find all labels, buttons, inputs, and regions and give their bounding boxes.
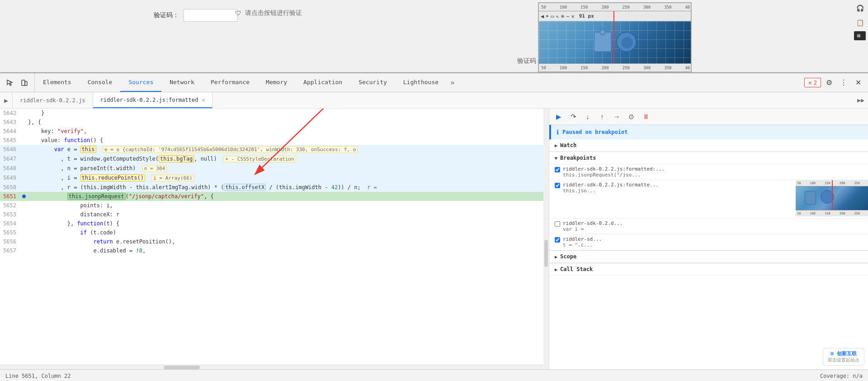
tab-network[interactable]: Network xyxy=(161,73,203,92)
breakpoints-arrow: ▼ xyxy=(555,156,557,161)
captcha-verify-row: 🛡 请点击按钮进行验证 xyxy=(235,9,302,17)
code-line-5655: 5655 if (t.code) xyxy=(0,228,549,237)
settings-button[interactable]: ⚙ xyxy=(823,76,835,89)
step-into-button[interactable]: ↓ xyxy=(582,111,594,123)
breakpoint-item-3: riddler-sdk-0.2.d... var i = xyxy=(549,219,868,234)
file-tab-original[interactable]: riddler-sdk-0.2.2.js xyxy=(13,92,93,108)
code-scrollbar[interactable] xyxy=(543,109,549,369)
breakpoint-item-1: riddler-sdk-0.2.2.js:formatted:... this.… xyxy=(549,164,868,180)
file-tabs-more[interactable]: ▶▶ xyxy=(854,92,868,108)
tab-lighthouse[interactable]: Lighthouse xyxy=(395,73,447,92)
code-editor[interactable]: 5642 } 5643 }, { 5644 key: xyxy=(0,109,549,369)
close-devtools-button[interactable]: ✕ xyxy=(852,76,864,89)
watch-header[interactable]: ▶ Watch xyxy=(549,139,868,152)
file-nav-back[interactable]: ▶ xyxy=(0,92,13,108)
branding-icon: ⊞ 创新互联 xyxy=(828,350,859,357)
file-tab-close[interactable]: ✕ xyxy=(202,97,205,103)
scope-header[interactable]: ▶ Scope xyxy=(549,251,868,263)
cursor-position: Line 5651, Column 22 xyxy=(5,373,71,379)
breakpoint-filename-2: riddler-sdk-0.2.2.js:formatte... xyxy=(563,182,791,188)
breakpoint-detail-4: t = ".c... xyxy=(563,242,863,248)
breakpoint-filename-3: riddler-sdk-0.2.d... xyxy=(563,220,863,226)
toolbar-right: ✕ 2 ⚙ ⋮ ✕ xyxy=(801,73,868,92)
tab-performance[interactable]: Performance xyxy=(203,73,258,92)
webpage-area: 验证码： 🛡 请点击按钮进行验证 50 100 150 200 250 300 … xyxy=(0,0,868,72)
cross-icon: ✕ xyxy=(571,13,574,19)
code-line-5656: 5656 return e.resetPosition(), xyxy=(0,237,549,246)
code-hscrollbar-thumb[interactable] xyxy=(164,366,200,369)
more-options-button[interactable]: ⋮ xyxy=(837,76,850,89)
breakpoints-header[interactable]: ▼ Breakpoints xyxy=(549,152,868,164)
tab-sources[interactable]: Sources xyxy=(120,73,161,92)
code-line-5650: 5650 , r = (this.imgWidth - this.alertIm… xyxy=(0,183,549,192)
tab-elements[interactable]: Elements xyxy=(35,73,80,92)
code-line-5642: 5642 } xyxy=(0,109,549,118)
error-badge[interactable]: ✕ 2 xyxy=(804,78,821,87)
breakpoint-text-3: riddler-sdk-0.2.d... var i = xyxy=(563,220,863,232)
devtools-tabs: Elements Console Sources Network Perform… xyxy=(35,73,801,92)
top-icon-box[interactable]: ⊠ xyxy=(854,31,866,40)
devtools-toolbar: Elements Console Sources Network Perform… xyxy=(0,73,868,92)
cursor-select-button[interactable] xyxy=(4,76,16,89)
devtools-wrapper: Elements Console Sources Network Perform… xyxy=(0,72,868,381)
rect-icon: ▭ xyxy=(551,13,554,19)
tab-memory[interactable]: Memory xyxy=(258,73,295,92)
code-line-5644: 5644 key: "verify", xyxy=(0,127,549,136)
captcha-input-row: 验证码： xyxy=(154,9,238,22)
step-button[interactable]: → xyxy=(611,111,623,123)
tab-application[interactable]: Application xyxy=(295,73,350,92)
step-out-button[interactable]: ↑ xyxy=(596,111,608,123)
code-line-5653: 5653 distanceX: r xyxy=(0,210,549,219)
arrow2-icon: ➤ xyxy=(546,13,549,19)
captcha-input[interactable] xyxy=(184,9,238,22)
device-toggle-button[interactable] xyxy=(18,76,31,89)
info-icon: ℹ xyxy=(557,129,559,136)
call-stack-arrow: ▶ xyxy=(555,267,557,272)
headphone-icon[interactable]: 🎧 xyxy=(854,2,866,14)
code-line-5643: 5643 }, { xyxy=(0,118,549,127)
captcha-widget[interactable]: 50 100 150 200 250 300 350 40 ◀ ➤ ▭ ↖ ⊕ … xyxy=(538,2,692,72)
branding-badge: ⊞ 创新互联 双击设置起始点 xyxy=(823,348,864,366)
tab-security[interactable]: Security xyxy=(350,73,395,92)
call-stack-header[interactable]: ▶ Call Stack xyxy=(549,263,868,276)
svg-rect-0 xyxy=(22,80,25,86)
watch-label: Watch xyxy=(560,142,576,148)
right-panel: ▶ ↷ ↓ ↑ → ⊙ ⏸ ℹ Paused on breakpoint ▶ xyxy=(549,109,868,369)
clipboard-icon[interactable]: 📋 xyxy=(854,17,866,29)
breakpoint-filename-4: riddler-sd... xyxy=(563,236,863,242)
breakpoint-checkbox-3[interactable] xyxy=(555,221,560,227)
scope-label: Scope xyxy=(560,253,576,260)
breakpoint-checkbox-2[interactable] xyxy=(555,183,560,188)
size-label: 91 px xyxy=(579,13,594,19)
code-line-5651: 5651 this.jsonpRequest("/jsonp/captcha/v… xyxy=(0,192,549,201)
tab-console[interactable]: Console xyxy=(80,73,121,92)
paused-info: ℹ Paused on breakpoint xyxy=(549,125,868,139)
shield-icon: 🛡 xyxy=(235,10,241,17)
breakpoint-detail-3: var i = xyxy=(563,226,863,232)
resume-button[interactable]: ▶ xyxy=(553,111,565,123)
breakpoint-text-1: riddler-sdk-0.2.2.js:formatted:... this.… xyxy=(563,166,863,178)
code-scrollbar-thumb[interactable] xyxy=(544,240,548,267)
captcha-image: 50 100 150 200 250 300 350 40 ◀ ➤ ▭ ↖ ⊕ … xyxy=(539,3,691,71)
code-line-5648: 5648 , n = parseInt(t.width) n = 304 xyxy=(0,164,549,173)
top-bar-icons: 🎧 📋 ⊠ xyxy=(854,2,866,40)
code-line-5645: 5645 value: function() { xyxy=(0,136,549,145)
branding-sub: 双击设置起始点 xyxy=(828,357,859,363)
pause-exceptions-button[interactable]: ⏸ xyxy=(640,111,651,123)
svg-rect-1 xyxy=(25,81,27,86)
call-stack-section: ▶ Call Stack xyxy=(549,263,868,276)
file-tab-formatted[interactable]: riddler-sdk-0.2.2.js:formatted ✕ xyxy=(93,92,213,108)
step-over-button[interactable]: ↷ xyxy=(567,111,579,123)
captcha-label: 验证码： xyxy=(154,11,179,19)
breakpoint-filename-1: riddler-sdk-0.2.2.js:formatted:... xyxy=(563,166,863,172)
breakpoints-section: ▼ Breakpoints riddler-sdk-0.2.2.js:forma… xyxy=(549,152,868,251)
deactivate-breakpoints-button[interactable]: ⊙ xyxy=(625,111,637,123)
code-line-5649: 5649 , i = this.reducePoints() i = Array… xyxy=(0,173,549,183)
breakpoint-checkbox-1[interactable] xyxy=(555,167,560,172)
tabs-overflow-button[interactable]: » xyxy=(447,73,458,92)
code-hscrollbar[interactable] xyxy=(0,365,543,369)
breakpoint-text-4: riddler-sd... t = ".c... xyxy=(563,236,863,248)
breakpoint-checkbox-4[interactable] xyxy=(555,237,560,243)
captcha-label2: 验证码： xyxy=(517,57,542,65)
breakpoint-detail-1: this.jsonpRequest("/jso... xyxy=(563,172,863,178)
